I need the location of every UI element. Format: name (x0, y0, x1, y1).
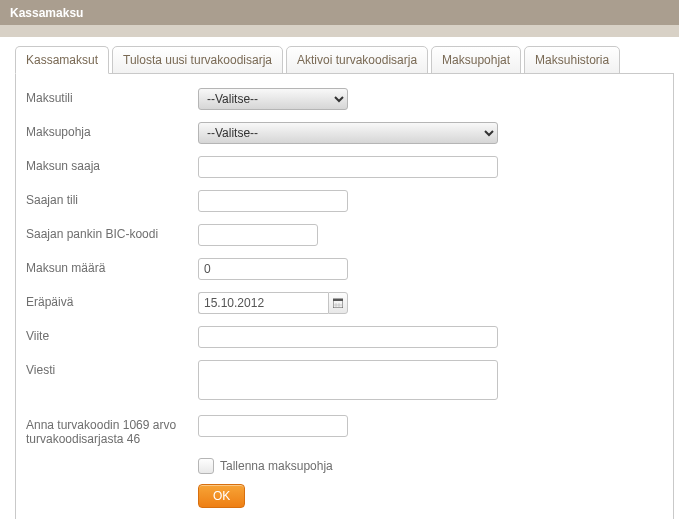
erapaiva-label: Eräpäivä (26, 292, 198, 309)
saajan-tili-label: Saajan tili (26, 190, 198, 207)
maksutili-label: Maksutili (26, 88, 198, 105)
maksun-saaja-label: Maksun saaja (26, 156, 198, 173)
maksun-maara-label: Maksun määrä (26, 258, 198, 275)
calendar-icon (333, 298, 343, 308)
maksupohja-label: Maksupohja (26, 122, 198, 139)
svg-rect-1 (333, 299, 343, 301)
bic-input[interactable] (198, 224, 318, 246)
maksupohja-select[interactable]: --Valitse-- (198, 122, 498, 144)
maksun-maara-input[interactable] (198, 258, 348, 280)
saajan-tili-input[interactable] (198, 190, 348, 212)
turvakoodi-input[interactable] (198, 415, 348, 437)
tab-maksuhistoria[interactable]: Maksuhistoria (524, 46, 620, 74)
viesti-label: Viesti (26, 360, 198, 377)
erapaiva-datepicker-button[interactable] (328, 292, 348, 314)
tab-bar: Kassamaksut Tulosta uusi turvakoodisarja… (15, 45, 679, 73)
tallenna-maksupohja-label: Tallenna maksupohja (220, 459, 333, 473)
maksun-saaja-input[interactable] (198, 156, 498, 178)
bic-label: Saajan pankin BIC-koodi (26, 224, 198, 241)
viesti-textarea[interactable] (198, 360, 498, 400)
tallenna-maksupohja-checkbox[interactable] (198, 458, 214, 474)
viite-input[interactable] (198, 326, 498, 348)
form-panel: Maksutili --Valitse-- Maksupohja --Valit… (15, 73, 674, 519)
tab-kassamaksut[interactable]: Kassamaksut (15, 46, 109, 74)
tab-tulosta-turvakoodisarja[interactable]: Tulosta uusi turvakoodisarja (112, 46, 283, 74)
maksutili-select[interactable]: --Valitse-- (198, 88, 348, 110)
viite-label: Viite (26, 326, 198, 343)
tab-maksupohjat[interactable]: Maksupohjat (431, 46, 521, 74)
header-strip (0, 25, 679, 37)
page-header: Kassamaksu (0, 0, 679, 25)
tab-aktivoi-turvakoodisarja[interactable]: Aktivoi turvakoodisarja (286, 46, 428, 74)
erapaiva-input[interactable] (198, 292, 328, 314)
ok-button[interactable]: OK (198, 484, 245, 508)
turvakoodi-label: Anna turvakoodin 1069 arvo turvakoodisar… (26, 415, 198, 446)
page-title: Kassamaksu (10, 6, 83, 20)
